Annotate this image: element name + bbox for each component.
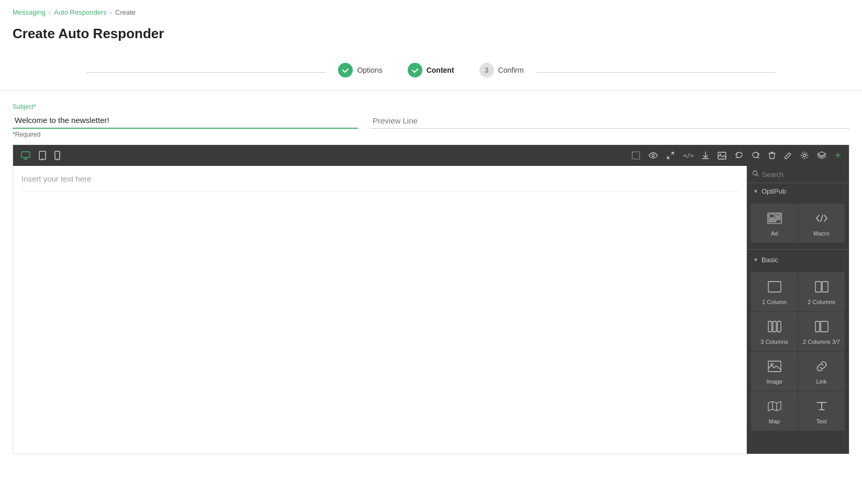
image-icon <box>768 361 781 374</box>
layers-btn[interactable] <box>814 149 829 162</box>
2columns37-icon <box>815 321 829 334</box>
editor-body: Insert your text here <box>13 166 849 454</box>
pen-btn[interactable] <box>781 150 794 162</box>
sidebar-item-text[interactable]: Text <box>798 391 845 431</box>
basic-chevron: ▼ <box>753 257 758 263</box>
sidebar-section-optipub-header[interactable]: ▼ OptiPub <box>747 183 849 199</box>
step-content-icon <box>408 63 422 77</box>
sidebar-item-map[interactable]: Map <box>751 391 798 431</box>
editor-canvas[interactable]: Insert your text here <box>13 166 747 454</box>
breadcrumb-messaging[interactable]: Messaging <box>13 8 46 16</box>
link-icon <box>815 361 829 374</box>
map-label: Map <box>769 418 780 424</box>
sidebar-item-2columns[interactable]: 2 Columns <box>798 272 845 311</box>
svg-rect-19 <box>822 282 828 292</box>
optipub-label: OptiPub <box>762 187 786 195</box>
delete-btn[interactable] <box>766 149 778 162</box>
sidebar-item-1column[interactable]: 1 Column <box>751 272 798 311</box>
required-note: *Required <box>13 131 849 138</box>
svg-rect-5 <box>632 152 640 159</box>
view-desktop-btn[interactable] <box>18 149 33 162</box>
svg-point-6 <box>652 154 654 156</box>
sidebar-item-link[interactable]: Link <box>798 352 845 391</box>
svg-rect-15 <box>769 219 780 220</box>
svg-rect-20 <box>768 321 772 332</box>
sidebar-basic-grid: 1 Column 2 Columns <box>747 268 849 435</box>
breadcrumb-sep-1: › <box>49 8 51 16</box>
text-label: Text <box>816 418 826 424</box>
editor-toolbar: </> <box>13 145 849 166</box>
1column-label: 1 Column <box>762 299 787 305</box>
3columns-icon <box>768 321 781 334</box>
preview-line-input[interactable] <box>371 113 849 129</box>
sidebar-item-3columns[interactable]: 3 Columns <box>751 312 798 351</box>
sidebar-item-macro[interactable]: Macro <box>798 204 845 243</box>
link-label: Link <box>816 378 826 385</box>
sidebar-section-basic: ▼ Basic 1 Column <box>747 252 849 435</box>
sidebar-search-input[interactable] <box>762 171 850 178</box>
breadcrumb-autoresponders[interactable]: Auto Responders <box>54 8 106 16</box>
sidebar-item-ad[interactable]: Ad <box>751 204 798 243</box>
sidebar-divider-1 <box>747 249 849 250</box>
sidebar-item-image[interactable]: Image <box>751 352 798 391</box>
subject-label: Subject* <box>13 103 849 110</box>
step-confirm-icon: 3 <box>479 63 494 77</box>
add-block-btn[interactable]: + <box>832 148 844 163</box>
sidebar-panel: ▼ OptiPub <box>747 166 849 454</box>
sidebar-section-optipub: ▼ OptiPub <box>747 183 849 247</box>
settings-btn[interactable] <box>798 149 811 162</box>
image-upload-btn[interactable] <box>715 150 729 162</box>
resize-btn[interactable] <box>664 149 677 162</box>
code-btn[interactable]: </> <box>680 151 696 161</box>
macro-label: Macro <box>813 230 830 237</box>
form-area: Subject* *Required <box>0 91 862 454</box>
svg-point-26 <box>771 363 773 365</box>
preview-btn[interactable] <box>646 150 661 161</box>
step-confirm-label: Confirm <box>498 66 524 74</box>
2columns-icon <box>815 281 829 295</box>
step-options[interactable]: Options <box>326 63 395 77</box>
image-label: Image <box>766 378 782 385</box>
macro-icon <box>815 212 829 226</box>
svg-rect-13 <box>776 214 780 216</box>
ad-icon <box>767 212 782 226</box>
svg-point-9 <box>803 154 806 157</box>
redo-btn[interactable] <box>749 150 763 161</box>
step-content-label: Content <box>427 66 454 74</box>
svg-rect-24 <box>821 321 828 332</box>
svg-rect-17 <box>768 282 781 292</box>
svg-rect-14 <box>776 217 780 218</box>
editor-placeholder: Insert your text here <box>21 174 738 183</box>
editor-wrapper: </> <box>13 144 849 454</box>
svg-rect-12 <box>769 214 775 218</box>
optipub-chevron: ▼ <box>753 188 758 194</box>
2columns37-label: 2 Columns 3/7 <box>803 339 840 345</box>
download-btn[interactable] <box>699 149 712 162</box>
sidebar-optipub-grid: Ad Macro <box>747 199 849 247</box>
page-title: Create Auto Responder <box>0 21 862 54</box>
svg-rect-16 <box>769 221 776 222</box>
step-options-icon <box>338 63 353 77</box>
svg-point-4 <box>57 158 58 159</box>
select-btn[interactable] <box>629 149 643 162</box>
ad-label: Ad <box>771 230 778 237</box>
sidebar-section-basic-header[interactable]: ▼ Basic <box>747 252 849 268</box>
breadcrumb: Messaging › Auto Responders › Create <box>0 0 862 21</box>
undo-btn[interactable] <box>732 150 746 161</box>
step-content[interactable]: Content <box>395 63 467 77</box>
view-tablet-btn[interactable] <box>36 149 49 162</box>
search-icon <box>752 170 759 178</box>
2columns-label: 2 Columns <box>808 299 835 305</box>
subject-input[interactable] <box>13 113 358 129</box>
view-mobile-btn[interactable] <box>52 149 63 162</box>
stepper: Options Content 3 Confirm <box>0 54 862 91</box>
svg-rect-22 <box>777 321 781 332</box>
step-options-label: Options <box>357 66 382 74</box>
svg-point-8 <box>720 153 721 155</box>
svg-point-2 <box>42 158 43 159</box>
step-confirm[interactable]: 3 Confirm <box>467 63 536 77</box>
sidebar-item-2columns37[interactable]: 2 Columns 3/7 <box>798 312 845 351</box>
toolbar-left <box>18 149 63 162</box>
svg-rect-0 <box>21 152 30 158</box>
subject-field-group: Subject* *Required <box>13 103 849 138</box>
